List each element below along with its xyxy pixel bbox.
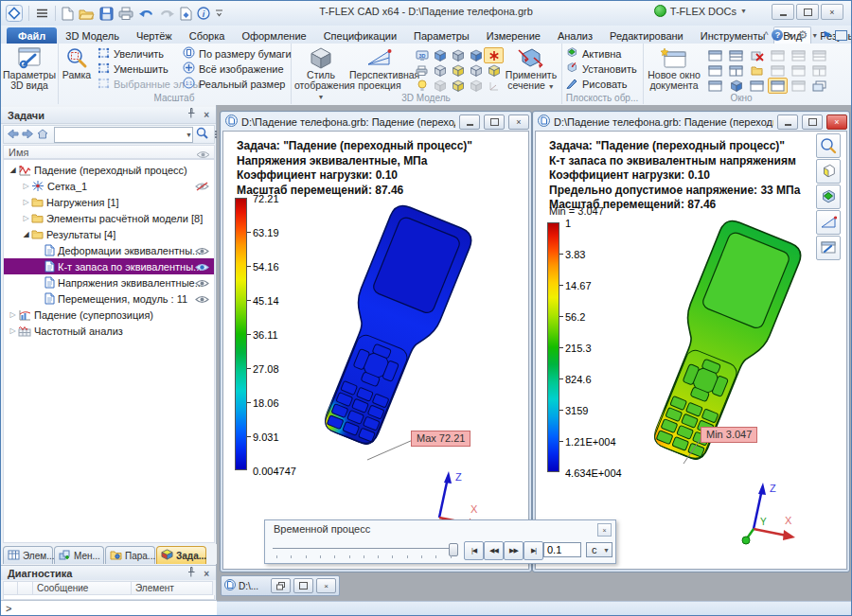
tree-expander-icon[interactable]: ◢ — [21, 230, 31, 238]
diagnostics-column-1[interactable] — [18, 581, 33, 595]
sketch-render-icon[interactable] — [484, 47, 504, 63]
document-window-titlebar[interactable]: D:\Падение телефона.grb: Падение (перехо… — [222, 114, 529, 131]
tree-item-3[interactable]: ▷Элементы расчётной модели [8] — [4, 210, 214, 226]
tree-expander-icon[interactable]: ▷ — [8, 326, 18, 335]
workplane-button[interactable] — [816, 185, 841, 209]
restore-button[interactable] — [796, 4, 819, 20]
maximize-button[interactable] — [293, 578, 313, 593]
view-parameters-button[interactable] — [816, 236, 841, 260]
fit-command-1[interactable]: Всё изображение — [183, 62, 284, 76]
diagnostics-prompt[interactable]: > — [1, 600, 217, 616]
next-step-button[interactable]: ▶▶ — [504, 541, 524, 560]
zoom-frame-button[interactable]: Рамка — [60, 45, 94, 80]
panel-tab-1[interactable]: Мен... — [54, 546, 104, 564]
phone-model-safety[interactable] — [606, 211, 844, 506]
ribbon-tab-0[interactable]: Файл — [7, 27, 57, 44]
view-parameters-button[interactable]: Параметры 3D вида — [3, 45, 56, 91]
workplane-command-0[interactable]: Активна — [565, 46, 622, 61]
ribbon-tab-1[interactable]: 3D Модель — [57, 27, 128, 44]
side-panel-icon[interactable] — [747, 78, 767, 94]
main-window-icon[interactable] — [768, 78, 788, 94]
gear-icon[interactable]: ⚙ — [797, 29, 808, 41]
display-wireframe-icon[interactable] — [448, 47, 468, 63]
chevron-down-icon[interactable]: ▼ — [787, 32, 793, 39]
view-3d-icon[interactable]: 3D — [412, 47, 432, 63]
macro-icon[interactable] — [179, 4, 193, 23]
close-button[interactable]: × — [508, 114, 529, 130]
home-icon[interactable] — [37, 126, 48, 143]
view-cube-icon[interactable] — [726, 78, 746, 94]
open-icon[interactable] — [78, 4, 96, 23]
time-process-toolbar[interactable]: Временной процесс × |◀ ◀◀ ▶▶ ▶| с ▼ — [264, 519, 616, 564]
close-icon[interactable]: × — [204, 107, 209, 124]
ribbon-tab-3[interactable]: Сборка — [181, 27, 234, 44]
time-slider[interactable] — [273, 543, 458, 558]
diagnostics-column-0[interactable] — [3, 581, 18, 595]
display-gray-1-icon[interactable] — [430, 78, 450, 94]
display-shaded-icon[interactable] — [466, 47, 486, 63]
chevron-down-icon[interactable]: ▼ — [186, 132, 192, 138]
display-yellow-2-icon[interactable] — [484, 62, 504, 79]
tree-expander-icon[interactable]: ▷ — [21, 182, 31, 190]
diagnostics-column-3[interactable]: Элемент — [132, 581, 213, 595]
tree-item-4[interactable]: ◢Результаты [4] — [4, 226, 214, 242]
panel-tab-3[interactable]: Зада... — [156, 546, 206, 564]
max-value-callout[interactable]: Max 72.21 — [411, 431, 470, 447]
fit-command-0[interactable]: По размеру бумаги — [183, 46, 292, 61]
minimized-document-window[interactable]: D:\... × — [221, 575, 340, 596]
fit-command-2[interactable]: 1:1Реальный размер — [183, 77, 285, 91]
ribbon-tab-4[interactable]: Оформление — [233, 27, 314, 44]
ribbon-tab-10[interactable]: Инструменты — [692, 27, 774, 44]
tree-item-6[interactable]: К-т запаса по эквивалентны... — [4, 258, 214, 274]
new-view-icon[interactable] — [705, 62, 725, 79]
last-step-button[interactable]: ▶| — [524, 541, 543, 560]
tree-item-7[interactable]: Напряжения эквивалентные... — [4, 274, 214, 290]
min-value-callout[interactable]: Min 3.047 — [701, 427, 757, 443]
document-window-stress[interactable]: D:\Падение телефона.grb: Падение (перехо… — [220, 111, 532, 572]
maximize-button[interactable] — [484, 114, 505, 130]
ribbon-tab-9[interactable]: Редактировани — [601, 27, 692, 44]
t-flex-docs-button[interactable]: T-FLEX DOCs ▼ — [654, 5, 747, 17]
display-hidden-icon[interactable] — [430, 62, 450, 79]
win-gray-b-icon[interactable] — [809, 47, 829, 63]
ribbon-tab-8[interactable]: Анализ — [549, 27, 601, 44]
forward-icon[interactable] — [22, 126, 34, 143]
previous-step-button[interactable]: ◀◀ — [484, 541, 504, 560]
ribbon-tab-7[interactable]: Измерение — [478, 27, 549, 44]
apply-section-button[interactable]: Применить сечение ▼ — [503, 45, 559, 92]
main-menu-icon[interactable] — [34, 4, 50, 23]
arrange-icons-icon[interactable] — [768, 47, 788, 63]
tree-expander-icon[interactable]: ▷ — [8, 310, 18, 319]
eye-icon[interactable] — [195, 246, 209, 257]
viewport-stress[interactable]: Задача: "Падение (переходный процесс)"На… — [222, 131, 529, 570]
display-yellow-3-icon[interactable] — [448, 78, 468, 94]
tree-item-10[interactable]: ▷Частотный анализ — [4, 323, 214, 339]
first-step-button[interactable]: |◀ — [464, 541, 484, 560]
more-commands-icon[interactable] — [214, 4, 224, 23]
perspective-projection-button[interactable]: Перспективная проекция — [349, 45, 410, 91]
minimize-button[interactable] — [772, 4, 794, 20]
eye-icon[interactable] — [195, 278, 209, 290]
minimize-button[interactable] — [459, 114, 480, 130]
undo-icon[interactable] — [137, 4, 155, 23]
save-icon[interactable] — [98, 4, 115, 23]
display-gray-2-icon[interactable] — [466, 78, 486, 94]
restore-button[interactable] — [271, 578, 291, 593]
time-unit-select[interactable]: с ▼ — [586, 542, 612, 557]
tree-expander-icon[interactable]: ▷ — [21, 214, 31, 222]
close-button[interactable]: × — [826, 114, 847, 130]
print-3d-icon[interactable] — [412, 62, 432, 79]
page-view-icon[interactable] — [705, 78, 725, 94]
ribbon-tab-6[interactable]: Параметры — [405, 27, 478, 44]
display-outline-icon[interactable] — [466, 62, 486, 79]
zoom-command-0[interactable]: Увеличить — [98, 46, 164, 61]
tree-item-1[interactable]: ▷Сетка_1 — [4, 178, 214, 194]
tree-item-8[interactable]: Перемещения, модуль : 11 — [4, 290, 214, 307]
display-style-button[interactable]: Стиль отображения ▼ — [294, 45, 347, 102]
tree-expander-icon[interactable]: ▷ — [21, 198, 31, 206]
slider-handle[interactable] — [449, 543, 458, 556]
workplane-command-1[interactable]: Установить — [565, 62, 637, 76]
light-source-icon[interactable] — [412, 78, 432, 94]
search-field[interactable] — [55, 129, 186, 140]
document-window-titlebar[interactable]: D:\Падение телефона.grb: Падение (перехо… — [535, 114, 847, 131]
